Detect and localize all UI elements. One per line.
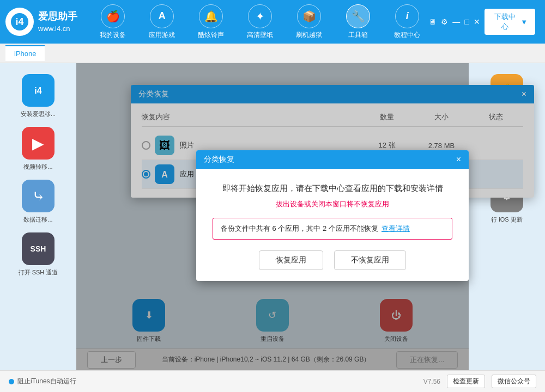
sidebar-label-ssh: 打开 SSH 通道 xyxy=(19,268,58,277)
sidebar-icon-1: ▶ xyxy=(22,127,55,160)
content-area: ⬇ 固件下载 ↺ 重启设备 ⏻ 关闭设备 上一步 当前设备：iPhone | i… xyxy=(76,63,469,370)
tab-iphone[interactable]: iPhone xyxy=(5,45,45,61)
sidebar-label-2: 数据迁移... xyxy=(23,216,52,224)
nav-tutorial[interactable]: i 教程中心 xyxy=(385,4,429,40)
inner-dialog: 分类恢复 × 即将开始恢复应用，请在下载中心查看应用的下载和安装详情 拔出设备或… xyxy=(196,150,469,281)
sidebar-item-0[interactable]: i4 安装爱思移... xyxy=(21,74,56,118)
bottombar: 阻止iTunes自动运行 V7.56 检查更新 微信公众号 xyxy=(0,370,545,392)
app-game-icon: A xyxy=(150,4,174,28)
inner-dialog-title: 分类恢复 xyxy=(204,155,234,164)
topbar-right: 🖥 ⚙ — □ ✕ 下载中心 ▼ xyxy=(429,9,535,35)
nav-items: 🍎 我的设备 A 应用游戏 🔔 酷炫铃声 ✦ 高清壁纸 📦 刷机越狱 🔧 工具箱… xyxy=(91,4,429,40)
tabbar: iPhone xyxy=(0,44,545,63)
sidebar-icon-2: ⤷ xyxy=(22,180,55,212)
outer-dialog: 分类恢复 × 恢复内容 数量 大小 状态 🖼 照片 xyxy=(131,85,534,198)
minimize-icon[interactable]: — xyxy=(452,17,460,26)
dialog-buttons: 恢复应用 不恢复应用 xyxy=(213,250,452,270)
bottombar-left: 阻止iTunes自动运行 xyxy=(9,377,76,386)
nav-app-game[interactable]: A 应用游戏 xyxy=(140,4,184,40)
inner-dialog-close-button[interactable]: × xyxy=(456,155,461,164)
nav-wallpaper-label: 高清壁纸 xyxy=(247,30,273,40)
topbar: i4 爱思助手 www.i4.cn 🍎 我的设备 A 应用游戏 🔔 酷炫铃声 ✦… xyxy=(0,0,545,44)
nav-toolbox[interactable]: 🔧 工具箱 xyxy=(336,4,380,40)
check-update-button[interactable]: 检查更新 xyxy=(447,375,485,388)
settings-icon[interactable]: ⚙ xyxy=(441,17,448,26)
toolbox-icon: 🔧 xyxy=(346,4,370,28)
sidebar-item-1[interactable]: ▶ 视频转移... xyxy=(22,127,55,171)
sidebar-item-ssh[interactable]: SSH 打开 SSH 通道 xyxy=(19,232,58,277)
jailbreak-icon: 📦 xyxy=(297,4,321,28)
logo-icon: i4 xyxy=(5,8,34,36)
wallpaper-icon: ✦ xyxy=(248,4,272,28)
info-box: 备份文件中共有 6 个应用，其中 2 个应用不能恢复 查看详情 xyxy=(213,218,452,240)
maximize-icon[interactable]: □ xyxy=(464,17,469,26)
bottombar-right: V7.56 检查更新 微信公众号 xyxy=(423,375,536,388)
svg-text:i4: i4 xyxy=(15,16,23,27)
logo-text: 爱思助手 www.i4.cn xyxy=(38,10,77,33)
my-device-icon: 🍎 xyxy=(101,4,125,28)
itunes-dot xyxy=(9,379,14,384)
left-sidebar: i4 安装爱思移... ▶ 视频转移... ⤷ 数据迁移... SSH 打开 S… xyxy=(0,63,76,370)
sidebar-item-2[interactable]: ⤷ 数据迁移... xyxy=(22,180,55,224)
version-label: V7.56 xyxy=(423,378,440,385)
nav-my-device[interactable]: 🍎 我的设备 xyxy=(91,4,135,40)
sidebar-label-0: 安装爱思移... xyxy=(21,110,56,118)
sidebar-label-1: 视频转移... xyxy=(23,163,52,171)
outer-dialog-body: 恢复内容 数量 大小 状态 🖼 照片 12 张 2.78 MB xyxy=(131,103,534,198)
inner-dialog-titlebar: 分类恢复 × xyxy=(196,150,469,169)
inner-main-text: 即将开始恢复应用，请在下载中心查看应用的下载和安装详情 xyxy=(213,182,452,195)
svg-text:i4: i4 xyxy=(34,86,41,95)
right-label-2: 行 iOS 更新 xyxy=(491,216,522,224)
wechat-button[interactable]: 微信公众号 xyxy=(492,375,536,388)
detail-link[interactable]: 查看详情 xyxy=(382,224,410,234)
restore-apps-button[interactable]: 恢复应用 xyxy=(259,250,323,270)
ringtone-icon: 🔔 xyxy=(199,4,223,28)
inner-dialog-body: 即将开始恢复应用，请在下载中心查看应用的下载和安装详情 拔出设备或关闭本窗口将不… xyxy=(196,169,469,281)
nav-jailbreak-label: 刷机越狱 xyxy=(296,30,322,40)
nav-wallpaper[interactable]: ✦ 高清壁纸 xyxy=(238,4,282,40)
tutorial-icon: i xyxy=(395,4,419,28)
inner-warning-text: 拔出设备或关闭本窗口将不恢复应用 xyxy=(213,199,452,209)
logo-area: i4 爱思助手 www.i4.cn xyxy=(5,8,91,36)
info-text: 备份文件中共有 6 个应用，其中 2 个应用不能恢复 xyxy=(221,224,378,234)
nav-app-game-label: 应用游戏 xyxy=(149,30,175,40)
nav-ringtone-label: 酷炫铃声 xyxy=(198,30,224,40)
nav-my-device-label: 我的设备 xyxy=(100,30,126,40)
nav-toolbox-label: 工具箱 xyxy=(348,30,368,40)
sidebar-icon-0: i4 xyxy=(22,74,55,107)
close-icon[interactable]: ✕ xyxy=(474,17,480,26)
sys-icons: 🖥 ⚙ — □ ✕ xyxy=(429,17,480,26)
nav-jailbreak[interactable]: 📦 刷机越狱 xyxy=(287,4,331,40)
nav-tutorial-label: 教程中心 xyxy=(394,30,420,40)
sidebar-icon-ssh: SSH xyxy=(22,232,55,265)
download-center-button[interactable]: 下载中心 ▼ xyxy=(485,9,535,35)
monitor-icon[interactable]: 🖥 xyxy=(429,17,437,26)
nav-ringtone[interactable]: 🔔 酷炫铃声 xyxy=(189,4,233,40)
itunes-label: 阻止iTunes自动运行 xyxy=(17,377,76,386)
cancel-restore-button[interactable]: 不恢复应用 xyxy=(334,250,406,270)
